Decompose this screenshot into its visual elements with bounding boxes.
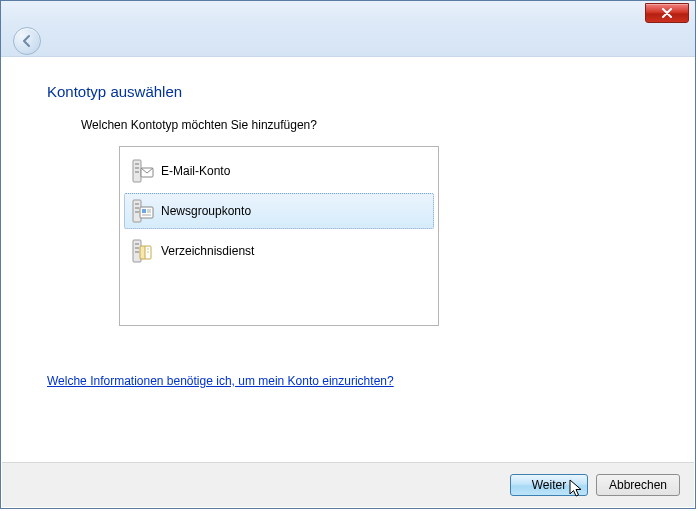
option-newsgroup-label: Newsgroupkonto: [161, 204, 251, 218]
prompt-text: Welchen Kontotyp möchten Sie hinzufügen?: [81, 118, 677, 132]
option-directory[interactable]: Verzeichnisdienst: [124, 233, 434, 269]
option-directory-label: Verzeichnisdienst: [161, 244, 254, 258]
account-type-list: E-Mail-Konto Newsgro: [119, 146, 439, 326]
wizard-window: Kontotyp auswählen Welchen Kontotyp möch…: [0, 0, 696, 509]
server-news-icon: [129, 198, 155, 224]
option-email-label: E-Mail-Konto: [161, 164, 230, 178]
button-bar: Weiter Abbrechen: [2, 462, 694, 507]
svg-rect-15: [135, 243, 139, 245]
server-directory-icon: [129, 238, 155, 264]
svg-rect-17: [135, 251, 139, 253]
back-button[interactable]: [13, 27, 41, 55]
svg-rect-10: [142, 209, 146, 213]
titlebar: [1, 1, 695, 57]
content-area: Kontotyp auswählen Welchen Kontotyp möch…: [19, 61, 677, 458]
cancel-button[interactable]: Abbrechen: [596, 474, 680, 496]
help-link[interactable]: Welche Informationen benötige ich, um me…: [47, 374, 394, 388]
svg-rect-16: [135, 247, 139, 249]
option-email[interactable]: E-Mail-Konto: [124, 153, 434, 189]
next-button[interactable]: Weiter: [510, 474, 588, 496]
svg-rect-1: [135, 163, 139, 165]
page-title: Kontotyp auswählen: [47, 83, 677, 100]
svg-rect-6: [135, 203, 139, 205]
option-newsgroup[interactable]: Newsgroupkonto: [124, 193, 434, 229]
server-mail-icon: [129, 158, 155, 184]
svg-rect-7: [135, 207, 139, 209]
svg-rect-8: [135, 211, 139, 213]
svg-rect-2: [135, 167, 139, 169]
svg-rect-9: [140, 207, 153, 218]
svg-rect-3: [135, 171, 139, 173]
close-button[interactable]: [645, 3, 689, 23]
